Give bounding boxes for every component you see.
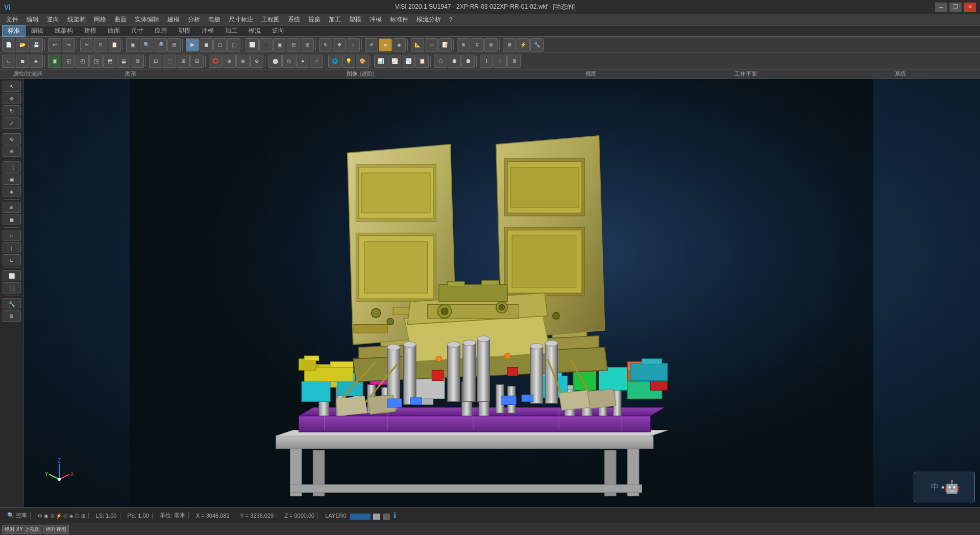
tb2-b22[interactable]: Ⅲ xyxy=(507,55,521,68)
tb-layer[interactable]: ≡ xyxy=(365,38,378,52)
sb-rotate[interactable]: ↻ xyxy=(3,105,21,116)
menu-item-0[interactable]: 文件 xyxy=(2,14,22,25)
tb2-b8[interactable]: ⊘ xyxy=(250,55,263,68)
tb-pan[interactable]: ✥ xyxy=(333,38,346,52)
tab-item-9[interactable]: 加工 xyxy=(219,25,243,37)
tb2-render1[interactable]: 🌐 xyxy=(328,55,341,68)
bt-view[interactable]: 绝对视图 xyxy=(43,525,69,534)
tb-hidden[interactable]: ⬚ xyxy=(227,38,240,52)
tb2-cube-iso[interactable]: ⧉ xyxy=(131,55,144,68)
tb-extra1[interactable]: ⚙ xyxy=(503,38,516,52)
tb-new[interactable]: 📄 xyxy=(2,38,15,52)
tb2-b9[interactable]: ⬤ xyxy=(268,55,282,68)
menu-item-8[interactable]: 分析 xyxy=(184,14,204,25)
menu-item-6[interactable]: 实体编辑 xyxy=(131,14,163,25)
tb-undo[interactable]: ↩ xyxy=(48,38,61,52)
menu-item-3[interactable]: 线架构 xyxy=(63,14,90,25)
tb2-b14[interactable]: 📈 xyxy=(388,55,401,68)
sb-snap2[interactable]: ⊗ xyxy=(3,145,21,157)
tb2-cube-front[interactable]: ▣ xyxy=(48,55,61,68)
tb2-b18[interactable]: ⬢ xyxy=(448,55,461,68)
sb-scale[interactable]: ⤢ xyxy=(3,117,21,129)
tb-redo[interactable]: ↪ xyxy=(62,38,75,52)
sb-snap1[interactable]: ⊕ xyxy=(3,133,21,144)
sb-misc1[interactable]: 🔧 xyxy=(3,298,21,309)
menu-item-7[interactable]: 建模 xyxy=(163,14,184,25)
menu-item-17[interactable]: 标准件 xyxy=(386,14,412,25)
menu-item-16[interactable]: 冲模 xyxy=(365,14,386,25)
sb-tool3[interactable]: ◈ xyxy=(3,186,21,197)
menu-item-9[interactable]: 电极 xyxy=(204,14,225,25)
tb2-xray[interactable]: ◈ xyxy=(30,55,43,68)
sb-layer2[interactable]: ◼ xyxy=(3,214,21,225)
tb2-b13[interactable]: 📊 xyxy=(374,55,387,68)
tab-item-11[interactable]: 逆向 xyxy=(266,25,290,37)
menu-item-4[interactable]: 网格 xyxy=(90,14,110,25)
tb-paste[interactable]: 📋 xyxy=(108,38,121,52)
tb-render[interactable]: ▶ xyxy=(186,38,199,52)
menu-item-11[interactable]: 工程图 xyxy=(257,14,284,25)
tb-view2[interactable]: ⬛ xyxy=(259,38,273,52)
close-button[interactable]: ✕ xyxy=(964,3,976,12)
tb-extra2[interactable]: ⚡ xyxy=(517,38,530,52)
tb2-b5[interactable]: ⭕ xyxy=(209,55,222,68)
tb-rotate[interactable]: ↻ xyxy=(319,38,332,52)
menu-item-18[interactable]: 模流分析 xyxy=(412,14,445,25)
sb-tool2[interactable]: ▣ xyxy=(3,174,21,185)
tb-grid[interactable]: # xyxy=(471,38,484,52)
tab-item-10[interactable]: 模流 xyxy=(243,25,266,37)
tb-axis2[interactable]: ⊗ xyxy=(484,38,498,52)
menu-item-13[interactable]: 视窗 xyxy=(304,14,325,25)
tb-snap[interactable]: ⊕ xyxy=(457,38,470,52)
tb2-cube-right[interactable]: ◳ xyxy=(89,55,103,68)
tb-material[interactable]: ◈ xyxy=(393,38,406,52)
minimize-button[interactable]: ─ xyxy=(935,3,947,12)
tb2-render2[interactable]: 💡 xyxy=(342,55,355,68)
tb2-b12[interactable]: ○ xyxy=(310,55,323,68)
tb-dim[interactable]: ↔ xyxy=(425,38,438,52)
menu-item-2[interactable]: 逆向 xyxy=(43,14,63,25)
tb2-render3[interactable]: 🎨 xyxy=(356,55,369,68)
bt-plane[interactable]: 绝对 XY 上视图 xyxy=(2,525,42,534)
tb2-b21[interactable]: Ⅱ xyxy=(494,55,507,68)
tb2-b10[interactable]: ◎ xyxy=(282,55,296,68)
tb2-cube-left[interactable]: ◰ xyxy=(76,55,89,68)
tb2-b6[interactable]: ⊕ xyxy=(223,55,236,68)
tb-save[interactable]: 💾 xyxy=(30,38,43,52)
tb-shaded[interactable]: ◼ xyxy=(200,38,213,52)
tb-copy[interactable]: ⎘ xyxy=(94,38,107,52)
sb-dim1[interactable]: ↔ xyxy=(3,230,21,241)
tb2-cube-bottom[interactable]: ⬓ xyxy=(117,55,130,68)
tb-color[interactable]: ■ xyxy=(379,38,392,52)
sb-view1[interactable]: ⬜ xyxy=(3,270,21,281)
viewport[interactable]: X Y Z 中 ● 🤖 xyxy=(23,79,980,507)
sb-dim2[interactable]: ↕ xyxy=(3,242,21,253)
tab-item-6[interactable]: 应用 xyxy=(149,25,173,37)
tb2-b1[interactable]: ⊡ xyxy=(149,55,162,68)
tab-item-0[interactable]: 标准 xyxy=(2,25,26,37)
sb-select[interactable]: ↖ xyxy=(3,81,21,92)
sb-view2[interactable]: ⬛ xyxy=(3,282,21,294)
sb-layer1[interactable]: ≡ xyxy=(3,202,21,213)
tb2-b19[interactable]: ⬣ xyxy=(461,55,475,68)
tb-extra3[interactable]: 🔧 xyxy=(530,38,544,52)
tab-item-3[interactable]: 建模 xyxy=(79,25,102,37)
menu-item-14[interactable]: 加工 xyxy=(325,14,345,25)
menu-item-15[interactable]: 塑模 xyxy=(345,14,365,25)
menu-item-5[interactable]: 曲面 xyxy=(110,14,131,25)
tb2-b3[interactable]: ⊞ xyxy=(177,55,190,68)
tb2-b15[interactable]: 📉 xyxy=(402,55,415,68)
tb2-wireframe[interactable]: □ xyxy=(2,55,15,68)
tb2-b20[interactable]: Ⅰ xyxy=(480,55,493,68)
tb2-b2[interactable]: ⬚ xyxy=(163,55,176,68)
menu-item-1[interactable]: 编辑 xyxy=(22,14,43,25)
menu-item-10[interactable]: 尺寸标注 xyxy=(225,14,257,25)
tb2-b16[interactable]: 📋 xyxy=(415,55,429,68)
tb-measure[interactable]: 📐 xyxy=(411,38,424,52)
sb-dim3[interactable]: ⊾ xyxy=(3,254,21,265)
tb-view5[interactable]: ⊞ xyxy=(301,38,314,52)
tab-item-8[interactable]: 冲模 xyxy=(196,25,219,37)
tb2-shaded[interactable]: ◼ xyxy=(16,55,29,68)
tb-cut[interactable]: ✂ xyxy=(80,38,93,52)
tb2-cube-top[interactable]: ⬒ xyxy=(103,55,116,68)
